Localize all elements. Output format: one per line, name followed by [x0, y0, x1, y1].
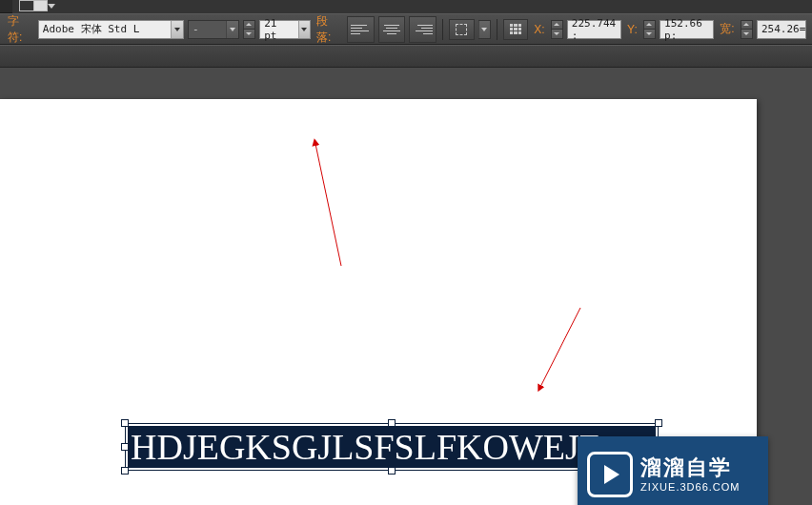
chevron-down-icon [478, 21, 490, 38]
frame-options-button[interactable] [449, 19, 475, 40]
chevron-down-icon [171, 21, 183, 38]
text-options-toolbar: 字符: Adobe 宋体 Std L - 21 pt 段落: X: 225.74… [0, 13, 812, 45]
character-label: 字符: [6, 13, 34, 46]
document-canvas[interactable]: HDJEGKSGJLSFSLFKOWEJF 溜溜自学 ZIXUE.3D66.CO… [0, 68, 812, 505]
font-style-combo[interactable]: - [188, 20, 239, 39]
window-top-strip [0, 0, 812, 13]
watermark-brand: 溜溜自学 [640, 455, 732, 480]
secondary-toolbar [0, 45, 812, 68]
svg-line-1 [540, 308, 580, 387]
resize-handle-ml[interactable] [121, 443, 129, 451]
align-center-button[interactable] [378, 16, 406, 43]
resize-handle-tm[interactable] [388, 419, 396, 427]
resize-handle-tr[interactable] [655, 419, 662, 427]
width-value-input[interactable]: 254.26= [757, 20, 806, 39]
layout-panel-icon[interactable] [19, 0, 48, 11]
y-value-input[interactable]: 152.66 p: [660, 20, 714, 39]
width-spinner[interactable] [741, 20, 753, 39]
play-icon [587, 452, 633, 497]
font-style-value: - [189, 23, 203, 35]
x-label: X: [532, 23, 546, 36]
align-right-button[interactable] [409, 16, 436, 43]
watermark-badge: 溜溜自学 ZIXUE.3D66.COM [578, 436, 768, 505]
font-family-combo[interactable]: Adobe 宋体 Std L [38, 20, 184, 39]
y-spinner[interactable] [643, 20, 656, 39]
anchor-grid-button[interactable] [503, 19, 529, 40]
frame-options-dropdown[interactable] [478, 20, 491, 39]
layout-panel-dropdown-icon[interactable] [48, 4, 55, 9]
align-left-button[interactable] [347, 16, 375, 43]
x-value-input[interactable]: 225.744 : [567, 20, 621, 39]
y-label: Y: [625, 23, 639, 36]
chevron-down-icon [298, 21, 310, 38]
resize-handle-bm[interactable] [388, 467, 396, 475]
resize-handle-bl[interactable] [121, 467, 129, 475]
corner-block [0, 0, 12, 13]
chevron-down-icon [226, 21, 238, 38]
svg-line-0 [315, 144, 341, 266]
paragraph-label: 段落: [315, 13, 343, 46]
separator [497, 19, 497, 40]
font-size-spinner[interactable] [243, 20, 255, 39]
font-size-value: 21 pt [260, 17, 298, 42]
resize-handle-tl[interactable] [121, 419, 129, 427]
font-family-value: Adobe 宋体 Std L [39, 22, 143, 36]
watermark-text: 溜溜自学 ZIXUE.3D66.COM [640, 455, 740, 494]
width-label: 宽: [718, 21, 736, 37]
font-size-combo[interactable]: 21 pt [259, 20, 311, 39]
x-spinner[interactable] [551, 20, 563, 39]
watermark-url: ZIXUE.3D66.COM [640, 481, 740, 494]
separator [442, 19, 443, 40]
